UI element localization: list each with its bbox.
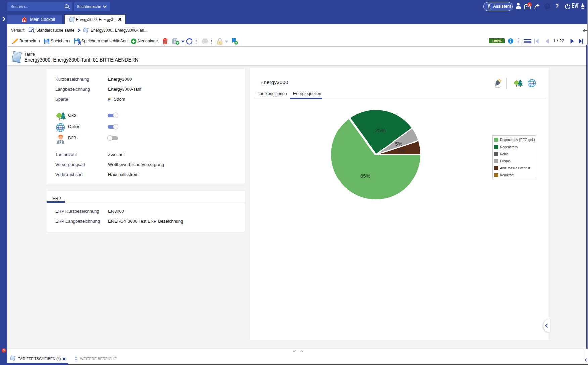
svg-text:5%: 5% [397,148,405,153]
svg-text:www: www [57,126,64,129]
svg-text:65%: 65% [360,173,370,179]
svg-text:5%: 5% [395,141,402,147]
svg-text:25%: 25% [375,127,386,133]
svg-text:www: www [528,82,535,85]
